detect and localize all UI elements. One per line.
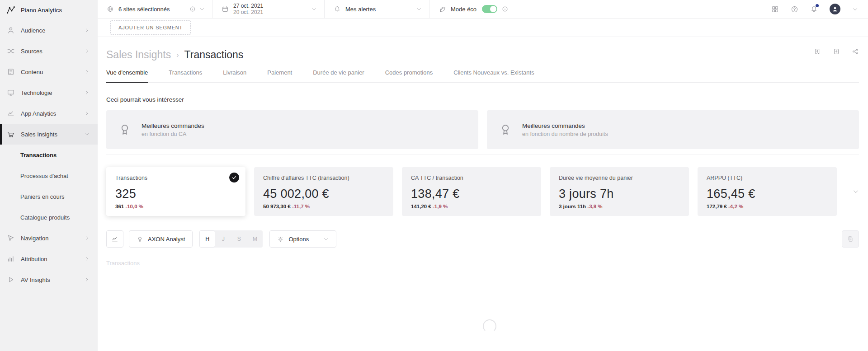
sidebar-item-app-analytics[interactable]: App Analytics [0, 103, 98, 124]
cart-icon [7, 130, 15, 138]
kpi-card-chiffre-affaires[interactable]: Chiffre d'affaires TTC (transaction) 45 … [254, 167, 393, 216]
tab-livraison[interactable]: Livraison [223, 69, 246, 82]
selected-check-icon [229, 173, 239, 183]
sidebar-item-av-insights[interactable]: AV Insights [0, 269, 98, 290]
tab-clients-nouveaux-vs-existants[interactable]: Clients Nouveaux vs. Existants [453, 69, 534, 82]
sidebar-item-catalogue-produits[interactable]: Catalogue produits [0, 207, 98, 228]
share-icon[interactable] [852, 48, 859, 55]
granularity-month[interactable]: M [247, 230, 263, 248]
export-doc-icon[interactable] [833, 48, 840, 55]
granularity-day[interactable]: J [215, 230, 231, 248]
sidebar-item-sales-insights[interactable]: Sales Insights [0, 124, 98, 145]
user-avatar[interactable] [830, 4, 840, 14]
topbar: 6 sites sélectionnés 27 oct. 2021 20 oct… [98, 0, 868, 19]
app-analytics-icon [7, 109, 15, 117]
granularity-hour[interactable]: H [199, 230, 215, 248]
chevron-right-icon [84, 235, 90, 241]
chart-line-icon [111, 235, 118, 243]
notifications-bell-icon[interactable] [810, 5, 818, 13]
options-button[interactable]: Options [269, 230, 336, 248]
chevron-right-icon: › [176, 51, 179, 59]
granularity-selector: H J S M [199, 230, 263, 248]
site-selector-label: 6 sites sélectionnés [118, 6, 170, 13]
chevron-right-icon [84, 69, 90, 75]
info-icon[interactable] [502, 6, 508, 12]
tab-duree-de-vie-panier[interactable]: Durée de vie panier [313, 69, 364, 82]
sidebar-item-technologie[interactable]: Technologie [0, 82, 98, 103]
chevron-down-icon [323, 236, 329, 242]
segment-bar: AJOUTER UN SEGMENT [98, 19, 868, 37]
site-selector[interactable]: 6 sites sélectionnés [98, 0, 212, 18]
chevron-down-icon[interactable] [853, 188, 859, 195]
kpi-card-transactions[interactable]: Transactions 325 361 -10,0 % [106, 167, 245, 216]
main-content: Sales Insights › Transactions Vue d'ense… [98, 37, 868, 351]
info-icon[interactable] [189, 6, 196, 12]
chart-title: Transactions [106, 260, 859, 267]
kpi-value: 138,47 € [411, 187, 532, 201]
sidebar-item-contenu[interactable]: Contenu [0, 61, 98, 82]
kpi-previous: 361 [115, 204, 124, 209]
kpi-previous: 141,20 € [411, 204, 431, 209]
sidebar-item-processus-achat[interactable]: Processus d'achat [0, 165, 98, 186]
date-range-line2: 20 oct. 2021 [233, 9, 263, 15]
tab-codes-promotions[interactable]: Codes promotions [385, 69, 433, 82]
sidebar-item-sources[interactable]: Sources [0, 41, 98, 61]
chart-toolbar: AXON Analyst H J S M Options [106, 230, 859, 248]
breadcrumb-section[interactable]: Sales Insights [106, 49, 171, 61]
gear-icon [277, 236, 284, 243]
kpi-value: 3 jours 7h [559, 187, 680, 201]
kpi-card-duree-vie-panier[interactable]: Durée vie moyenne du panier 3 jours 7h 3… [550, 167, 689, 216]
help-icon[interactable] [791, 5, 798, 13]
suggestions-title: Ceci pourrait vous intéresser [106, 96, 859, 103]
sidebar-item-audience[interactable]: Audience [0, 20, 98, 41]
app-logo[interactable]: Piano Analytics [0, 0, 98, 20]
kpi-value: 325 [115, 187, 236, 201]
page-title: Transactions [184, 49, 244, 61]
sidebar-item-attribution[interactable]: Attribution [0, 248, 98, 269]
kpi-row: Transactions 325 361 -10,0 % Chiffre d'a… [106, 167, 859, 216]
axon-analyst-button[interactable]: AXON Analyst [129, 230, 193, 248]
sidebar-item-navigation[interactable]: Navigation [0, 228, 98, 248]
date-range-picker[interactable]: 27 oct. 2021 20 oct. 2021 [212, 0, 325, 18]
kpi-value: 45 002,00 € [263, 187, 384, 201]
kpi-card-arppu[interactable]: ARPPU (TTC) 165,45 € 172,79 € -4,2 % [698, 167, 837, 216]
apps-grid-icon[interactable] [771, 5, 779, 13]
medal-icon [499, 123, 512, 136]
granularity-week[interactable]: S [231, 230, 247, 248]
kpi-card-ca-ttc-transaction[interactable]: CA TTC / transaction 138,47 € 141,20 € -… [402, 167, 541, 216]
copy-icon [847, 235, 854, 243]
calendar-icon [222, 5, 229, 13]
kpi-change: -3,8 % [587, 204, 602, 209]
eco-mode-label: Mode éco [451, 6, 476, 13]
copy-button[interactable] [842, 230, 859, 248]
notification-dot [816, 4, 819, 7]
chevron-right-icon [84, 48, 90, 54]
bookmark-star-icon[interactable] [814, 48, 821, 55]
sidebar-item-transactions[interactable]: Transactions [0, 145, 98, 165]
alerts-selector[interactable]: Mes alertes [325, 0, 429, 18]
kpi-value: 165,45 € [707, 187, 828, 201]
medal-icon [118, 123, 132, 136]
sources-icon [7, 47, 15, 55]
leaf-icon [439, 5, 446, 13]
tab-vue-densemble[interactable]: Vue d'ensemble [106, 69, 148, 83]
sidebar-item-paniers-en-cours[interactable]: Paniers en cours [0, 186, 98, 207]
chevron-down-icon [311, 6, 317, 12]
add-segment-button[interactable]: AJOUTER UN SEGMENT [110, 20, 191, 35]
suggestion-card-meilleures-commandes-ca[interactable]: Meilleures commandes en fonction du CA [106, 110, 478, 149]
chart-type-button[interactable] [106, 230, 123, 248]
chevron-down-icon[interactable] [852, 6, 858, 12]
loading-spinner [483, 319, 496, 333]
kpi-change: -11,7 % [292, 204, 310, 209]
eco-mode-toggle[interactable] [482, 5, 497, 13]
eco-mode-section: Mode éco [429, 0, 519, 18]
tab-transactions[interactable]: Transactions [169, 69, 202, 82]
alerts-label: Mes alertes [345, 6, 376, 13]
suggestion-card-meilleures-commandes-produits[interactable]: Meilleures commandes en fonction du nomb… [487, 110, 859, 149]
tab-paiement[interactable]: Paiement [267, 69, 292, 82]
chevron-right-icon [84, 28, 90, 33]
bulb-icon [137, 236, 143, 243]
kpi-previous: 3 jours 11h [559, 204, 586, 209]
chevron-right-icon [84, 277, 90, 282]
navigation-icon [7, 234, 15, 242]
